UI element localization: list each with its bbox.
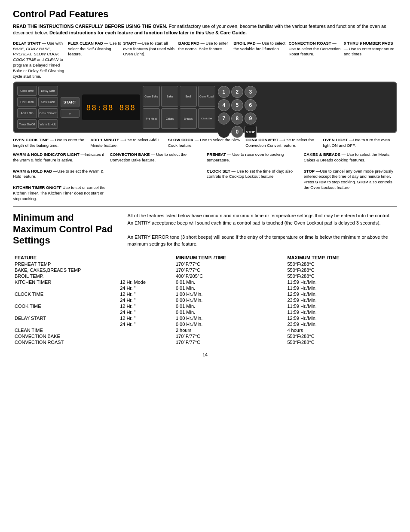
- label-oven-cook-time: OVEN COOK TIME — Use to enter the length…: [13, 137, 87, 149]
- td-max: 11:59 Hr./Min.: [285, 309, 397, 315]
- label-start-title: START: [123, 41, 137, 46]
- table-row: PREHEAT TEMP.170°F/77°C550°F/288°C: [13, 261, 397, 267]
- oven-num-2[interactable]: 2: [231, 86, 243, 98]
- oven-btn-timer-onoff[interactable]: Timer On/Off: [17, 119, 37, 129]
- td-min: 400°F/205°C: [174, 273, 286, 279]
- section2-left: Minimum and Maximum Control Pad Settings: [13, 212, 119, 249]
- label-oven-light: OVEN LIGHT —Use to turn the oven light O…: [323, 137, 397, 149]
- oven-btn-conv-convert[interactable]: Conv Convert: [38, 108, 58, 118]
- label-slow-cook: SLOW COOK — Use to select the Slow Cook …: [168, 137, 242, 149]
- oven-num-1[interactable]: 1: [218, 86, 230, 98]
- td-mode: 24 Hr. ": [118, 321, 174, 327]
- oven-btn-conv-bake[interactable]: Conv Bake: [143, 86, 160, 107]
- oven-btn-delay-start[interactable]: Delay Start: [38, 86, 58, 96]
- td-feature: KITCHEN TIMER: [13, 279, 118, 285]
- td-mode: [118, 267, 174, 273]
- label-0thru9-body: — Use to enter temperature and times.: [344, 46, 395, 57]
- td-mode: [118, 261, 174, 267]
- td-min: 170°F/77°C: [174, 261, 286, 267]
- oven-btn-add1min[interactable]: Add 1 Min: [17, 108, 37, 118]
- oven-stop-button[interactable]: STOP: [245, 126, 257, 138]
- label-oven-cook-time-title: OVEN COOK TIME: [13, 137, 49, 142]
- oven-btn-cakes[interactable]: Cakes: [161, 108, 178, 129]
- oven-btn-flex-clean[interactable]: Flex Clean: [17, 97, 37, 107]
- td-feature: CLOCK TIME: [13, 291, 118, 297]
- td-max: 23:59 Hr./Min.: [285, 321, 397, 327]
- td-feature: [13, 285, 118, 291]
- label-warm-hold-pad-title: WARM & HOLD PAD: [13, 169, 52, 173]
- oven-num-5[interactable]: 5: [231, 99, 243, 111]
- td-mode: [118, 333, 174, 339]
- td-mode: [118, 339, 174, 345]
- label-conv-convert: CONV CONVERT —Use to select the Convecti…: [245, 137, 319, 149]
- section2-para1: All of the features listed below have mi…: [128, 212, 397, 226]
- label-conv-roast-title: CONVECTION ROAST: [288, 41, 331, 46]
- td-feature: [13, 321, 118, 327]
- label-flex-clean: FLEX CLEAN PAD — Use to select the Self-…: [68, 41, 121, 79]
- label-broil-pad-title: BROIL PAD: [233, 41, 255, 46]
- top-labels-grid: DELAY START — Use with BAKE, CONV BAKE, …: [13, 41, 397, 79]
- th-feature: FEATURE: [13, 254, 118, 261]
- td-max: 550°F/288°C: [285, 273, 397, 279]
- th-mode: [118, 254, 174, 261]
- oven-start-button[interactable]: START: [61, 97, 80, 107]
- td-max: 12:59 Hr./Min.: [285, 315, 397, 321]
- oven-start-area: START ☀: [61, 97, 80, 118]
- label-delay-start-body: — Use with BAKE, CONV BAKE, PREHEAT, SLO…: [13, 41, 64, 79]
- oven-num-9[interactable]: 9: [245, 112, 257, 125]
- oven-btn-cook-time[interactable]: Cook Time: [17, 86, 37, 96]
- label-stop-title: STOP: [304, 169, 315, 173]
- label-conv-convert-title: CONV CONVERT: [245, 137, 278, 142]
- oven-btn-conv-roast[interactable]: Conv Roast: [198, 86, 215, 107]
- table-row: KITCHEN TIMER12 Hr. Mode0:01 Min.11:59 H…: [13, 279, 397, 285]
- oven-btn-broil[interactable]: Broil: [180, 86, 197, 107]
- oven-btn-slow-cook[interactable]: Slow Cook: [38, 97, 58, 107]
- oven-num-8[interactable]: 8: [231, 112, 243, 125]
- td-min: 0:00 Hr./Min.: [174, 297, 286, 303]
- td-feature: [13, 309, 118, 315]
- oven-btn-preheat[interactable]: Pre Heat: [143, 108, 160, 129]
- intro-paragraph: READ THE INSTRUCTIONS CAREFULLY BEFORE U…: [13, 23, 397, 36]
- label-oven-light-title: OVEN LIGHT: [323, 137, 348, 142]
- td-max: 550°F/288°C: [285, 333, 397, 339]
- td-max: 550°F/288°C: [285, 339, 397, 345]
- label-flex-clean-title: FLEX CLEAN PAD: [68, 41, 103, 46]
- oven-num-4[interactable]: 4: [218, 99, 230, 111]
- table-row: DELAY START12 Hr. "1:00 Hr./Min.12:59 Hr…: [13, 315, 397, 321]
- oven-num-6[interactable]: 6: [245, 99, 257, 111]
- td-min: 1:00 Hr./Min.: [174, 291, 286, 297]
- oven-num-3[interactable]: 3: [245, 86, 257, 98]
- td-mode: [118, 273, 174, 279]
- td-max: 12:59 Hr./Min.: [285, 291, 397, 297]
- oven-panel: Cook Time Delay Start Flex Clean Slow Co…: [13, 82, 397, 133]
- table-row: CONVECTION BAKE170°F/77°C550°F/288°C: [13, 333, 397, 339]
- table-row: 24 Hr. "0:00 Hr./Min.23:59 Hr./Min.: [13, 321, 397, 327]
- td-mode: 24 Hr. ": [118, 285, 174, 291]
- label-delay-start-title: DELAY START: [13, 41, 41, 46]
- oven-display: 88:88 888: [82, 94, 141, 120]
- oven-num-0[interactable]: 0: [231, 126, 243, 138]
- td-feature: BROIL TEMP.: [13, 273, 118, 279]
- th-max: MAXIMUM TEMP. /TIME: [285, 254, 397, 261]
- td-min: 170°F/77°C: [174, 339, 286, 345]
- label-stop-body: —Use to cancel any oven mode previously …: [304, 169, 393, 190]
- label-kitchen-timer-title: KITCHEN TIMER ON/OFF: [13, 185, 61, 190]
- oven-light-btn[interactable]: ☀: [61, 109, 80, 118]
- td-max: 550°F/288°C: [285, 267, 397, 273]
- oven-num-blank: [218, 126, 230, 138]
- td-mode: 12 Hr. ": [118, 291, 174, 297]
- oven-left-buttons: Cook Time Delay Start Flex Clean Slow Co…: [17, 86, 58, 129]
- oven-btn-breads[interactable]: Breads: [180, 108, 197, 129]
- label-preheat-title: PREHEAT: [207, 152, 226, 157]
- td-mode: 12 Hr. ": [118, 315, 174, 321]
- label-start: START —Use to start all oven features (n…: [123, 41, 177, 79]
- oven-num-7[interactable]: 7: [218, 112, 230, 125]
- td-max: 4 hours: [285, 327, 397, 333]
- oven-btn-clock-set[interactable]: Clock Set: [198, 108, 215, 129]
- oven-btn-bake[interactable]: Bake: [161, 86, 178, 107]
- oven-btn-warm-hold[interactable]: Warm & Hold: [38, 119, 58, 129]
- page-number: 14: [13, 352, 397, 357]
- td-mode: 24 Hr. ": [118, 297, 174, 303]
- td-feature: BAKE, CAKES,BREADS TEMP.: [13, 267, 118, 273]
- td-mode: 12 Hr. Mode: [118, 279, 174, 285]
